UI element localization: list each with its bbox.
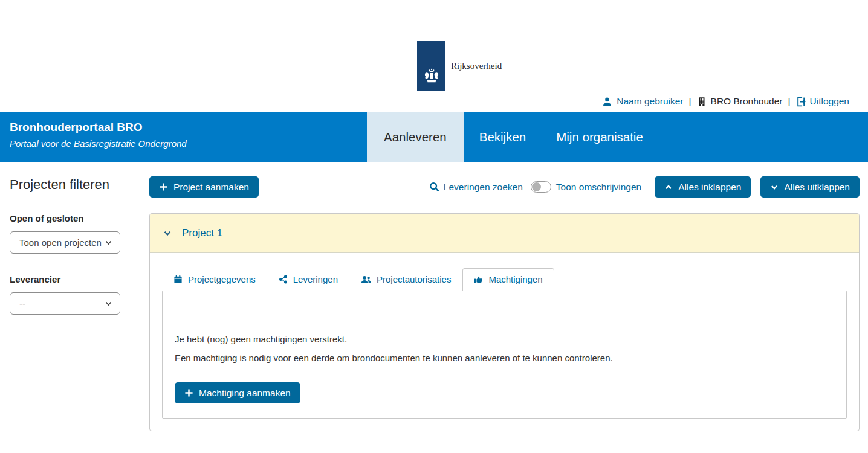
thumbs-up-icon xyxy=(474,275,483,284)
project-title: Project 1 xyxy=(182,227,222,239)
tab-leveringen[interactable]: Leveringen xyxy=(267,268,349,291)
filter-label-open-gesloten: Open of gesloten xyxy=(10,213,149,223)
leverancier-select-value: -- xyxy=(19,298,25,309)
open-gesloten-select-value: Toon open projecten xyxy=(19,237,102,248)
collapse-chevron-down-icon xyxy=(163,229,172,237)
open-gesloten-select[interactable]: Toon open projecten xyxy=(10,231,120,254)
collapse-all-button[interactable]: Alles inklappen xyxy=(655,176,751,198)
search-leveringen-label: Leveringen zoeken xyxy=(444,182,523,193)
expand-all-button[interactable]: Alles uitklappen xyxy=(760,176,860,198)
project-card: Project 1 Projectgegevens Leveringen xyxy=(149,213,860,431)
toggle-knob xyxy=(532,182,541,191)
plus-icon xyxy=(159,182,168,191)
tab-machtigingen-label: Machtigingen xyxy=(488,274,542,284)
project-card-body: Projectgegevens Leveringen Projectautori… xyxy=(150,253,859,431)
project-tabs: Projectgegevens Leveringen Projectautori… xyxy=(162,268,847,291)
leverancier-select[interactable]: -- xyxy=(10,292,120,315)
project-card-header[interactable]: Project 1 xyxy=(150,214,859,253)
rijksoverheid-emblem-icon xyxy=(423,68,441,83)
rijksoverheid-logo-shield xyxy=(417,41,445,91)
tab-leveringen-label: Leveringen xyxy=(293,274,338,284)
create-machtiging-button[interactable]: Machtiging aanmaken xyxy=(175,382,300,403)
filter-label-leverancier: Leverancier xyxy=(10,274,149,284)
rijksoverheid-logo: Rijksoverheid xyxy=(417,41,502,91)
create-project-label: Project aanmaken xyxy=(173,182,249,193)
user-bar: Naam gebruiker | BRO Bronhouder | Uitlog… xyxy=(602,96,849,107)
toon-omschrijvingen-toggle[interactable] xyxy=(531,181,551,193)
logout-label: Uitloggen xyxy=(810,96,850,107)
nav-tab-aanleveren[interactable]: Aanleveren xyxy=(367,112,464,162)
brand-block: Bronhouderportaal BRO Portaal voor de Ba… xyxy=(10,121,187,149)
tab-projectgegevens[interactable]: Projectgegevens xyxy=(162,268,267,291)
main-navbar: Bronhouderportaal BRO Portaal voor de Ba… xyxy=(0,112,868,162)
search-icon xyxy=(429,182,439,192)
organisation-name: BRO Bronhouder xyxy=(711,96,783,107)
separator: | xyxy=(688,96,693,107)
chevron-down-icon xyxy=(770,183,779,191)
toon-omschrijvingen-label: Toon omschrijvingen xyxy=(556,182,641,193)
tab-projectautorisaties-label: Projectautorisaties xyxy=(377,274,451,284)
machtigingen-empty-message: Je hebt (nog) geen machtigingen verstrek… xyxy=(175,333,834,345)
main-panel: Project aanmaken Leveringen zoeken Toon … xyxy=(149,172,860,431)
top-header: Rijksoverheid Naam gebruiker | BRO Bronh… xyxy=(0,0,868,112)
share-icon xyxy=(279,275,288,284)
collapse-all-label: Alles inklappen xyxy=(678,182,741,193)
content-area: Projecten filteren Open of gesloten Toon… xyxy=(0,162,868,431)
logout-link[interactable]: Uitloggen xyxy=(796,96,850,107)
toolbar-right: Leveringen zoeken Toon omschrijvingen Al… xyxy=(429,176,860,198)
filter-sidebar: Projecten filteren Open of gesloten Toon… xyxy=(0,172,149,431)
user-icon xyxy=(602,97,612,107)
nav-tab-bekijken[interactable]: Bekijken xyxy=(465,112,541,162)
chevron-up-icon xyxy=(664,183,673,191)
machtigingen-info-message: Een machtiging is nodig voor een derde o… xyxy=(175,352,834,364)
machtigingen-tab-panel: Je hebt (nog) geen machtigingen verstrek… xyxy=(162,291,847,419)
user-name-link[interactable]: Naam gebruiker xyxy=(617,96,683,107)
search-leveringen-link[interactable]: Leveringen zoeken xyxy=(429,182,523,193)
chevron-down-icon xyxy=(105,239,112,246)
calendar-icon xyxy=(173,275,183,284)
chevron-down-icon xyxy=(105,300,112,307)
tab-machtigingen[interactable]: Machtigingen xyxy=(462,268,554,291)
toolbar: Project aanmaken Leveringen zoeken Toon … xyxy=(149,176,860,198)
tab-projectgegevens-label: Projectgegevens xyxy=(188,274,256,284)
logout-icon xyxy=(796,97,806,107)
create-project-button[interactable]: Project aanmaken xyxy=(149,176,259,198)
nav-tab-mijn-organisatie[interactable]: Mijn organisatie xyxy=(542,112,658,162)
separator: | xyxy=(786,96,791,107)
users-icon xyxy=(361,275,371,284)
rijksoverheid-logo-label: Rijksoverheid xyxy=(451,61,502,71)
building-icon xyxy=(697,97,707,107)
tab-projectautorisaties[interactable]: Projectautorisaties xyxy=(349,268,462,291)
sidebar-title: Projecten filteren xyxy=(10,177,149,193)
app-title: Bronhouderportaal BRO xyxy=(10,121,187,134)
plus-icon xyxy=(184,388,193,397)
main-nav-tabs: Aanleveren Bekijken Mijn organisatie xyxy=(367,112,658,162)
create-machtiging-label: Machtiging aanmaken xyxy=(199,388,291,399)
expand-all-label: Alles uitklappen xyxy=(784,182,850,193)
app-subtitle: Portaal voor de Basisregistratie Ondergr… xyxy=(10,138,187,149)
